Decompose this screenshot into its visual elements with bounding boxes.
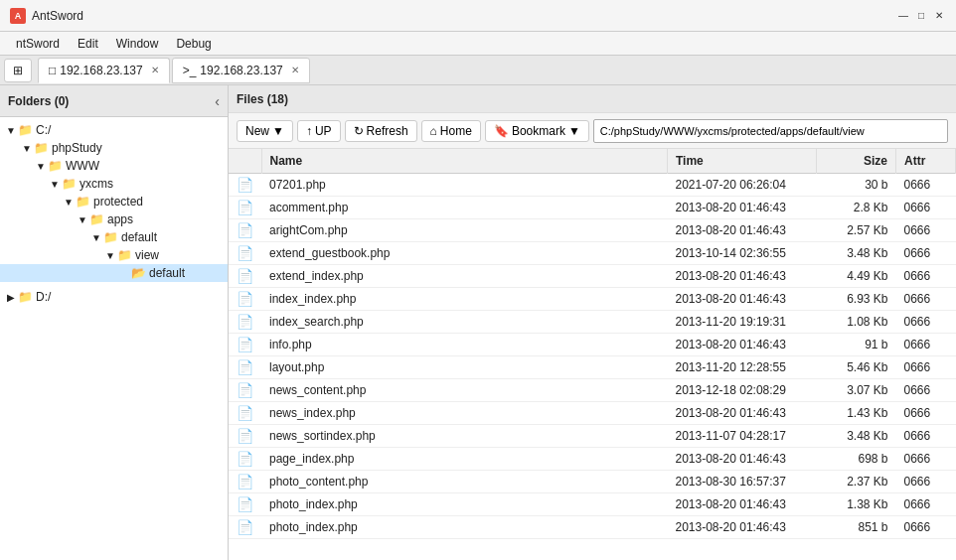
table-row[interactable]: 📄 arightCom.php 2013-08-20 01:46:43 2.57… xyxy=(229,219,956,242)
tab-folder-icon: □ xyxy=(49,64,56,77)
tree-label-yxcms: yxcms xyxy=(80,177,113,191)
file-icon-cell: 📄 xyxy=(229,242,261,265)
file-name-cell: photo_index.php xyxy=(261,493,668,516)
table-row[interactable]: 📄 info.php 2013-08-20 01:46:43 91 b 0666 xyxy=(229,334,956,356)
table-row[interactable]: 📄 07201.php 2021-07-20 06:26:04 30 b 066… xyxy=(229,174,956,197)
tree-label-default-filled: default xyxy=(149,266,185,280)
tab-192-168-23-137-terminal[interactable]: >_ 192.168.23.137 ✕ xyxy=(172,58,310,83)
folder-icon-c-root: 📁 xyxy=(18,123,33,137)
tree-item-protected[interactable]: ▼ 📁 protected xyxy=(0,193,228,210)
bookmark-icon: 🔖 xyxy=(494,124,509,138)
file-size-cell: 3.48 Kb xyxy=(817,242,896,265)
file-size-cell: 3.48 Kb xyxy=(817,425,896,448)
up-button[interactable]: ↑ UP xyxy=(297,120,341,142)
php-file-icon: 📄 xyxy=(237,405,253,421)
menu-edit[interactable]: Edit xyxy=(70,35,106,53)
menu-window[interactable]: Window xyxy=(108,35,167,53)
file-panel-header: Files (18) xyxy=(229,85,956,113)
maximize-button[interactable]: □ xyxy=(914,9,928,23)
file-size-cell: 1.43 Kb xyxy=(817,402,896,425)
folder-icon-view: 📁 xyxy=(117,248,132,262)
folder-icon-yxcms: 📁 xyxy=(62,177,77,191)
table-row[interactable]: 📄 page_index.php 2013-08-20 01:46:43 698… xyxy=(229,448,956,471)
new-dropdown-icon: ▼ xyxy=(272,124,284,138)
tab-close-icon[interactable]: ✕ xyxy=(151,65,159,75)
tree-toggle-apps: ▼ xyxy=(76,212,89,226)
col-header-size[interactable]: Size xyxy=(817,149,896,174)
table-row[interactable]: 📄 index_index.php 2013-08-20 01:46:43 6.… xyxy=(229,288,956,311)
file-size-cell: 6.93 Kb xyxy=(817,288,896,311)
file-size-cell: 30 b xyxy=(817,174,896,197)
file-time-cell: 2013-08-20 01:46:43 xyxy=(668,197,817,219)
col-header-name[interactable]: Name xyxy=(261,149,668,174)
php-file-icon: 📄 xyxy=(237,474,253,490)
file-name-cell: index_search.php xyxy=(261,311,668,334)
close-button[interactable]: ✕ xyxy=(932,9,946,23)
table-row[interactable]: 📄 photo_content.php 2013-08-30 16:57:37 … xyxy=(229,471,956,493)
file-icon-cell: 📄 xyxy=(229,379,261,402)
grid-view-button[interactable]: ⊞ xyxy=(4,59,32,82)
tree-item-view[interactable]: ▼ 📁 view xyxy=(0,246,228,264)
app-icon: A xyxy=(10,8,26,24)
table-row[interactable]: 📄 photo_index.php 2013-08-20 01:46:43 1.… xyxy=(229,493,956,516)
file-panel: Files (18) New ▼ ↑ UP ↻ Refresh ⌂ Home 🔖 xyxy=(229,85,956,560)
table-row[interactable]: 📄 news_index.php 2013-08-20 01:46:43 1.4… xyxy=(229,402,956,425)
col-header-time[interactable]: Time xyxy=(668,149,817,174)
tab-terminal-icon: >_ xyxy=(183,64,197,77)
home-button[interactable]: ⌂ Home xyxy=(421,120,481,142)
tree-item-default[interactable]: ▼ 📁 default xyxy=(0,228,228,246)
col-header-attr[interactable]: Attr xyxy=(896,149,956,174)
folder-icon-d-root: 📁 xyxy=(18,290,33,304)
file-icon-cell: 📄 xyxy=(229,174,261,197)
path-input[interactable] xyxy=(593,119,948,143)
file-attr-cell: 0666 xyxy=(896,265,956,288)
file-attr-cell: 0666 xyxy=(896,471,956,493)
tree-item-c-root[interactable]: ▼ 📁 C:/ xyxy=(0,121,228,139)
sidebar-collapse-button[interactable]: ‹ xyxy=(215,93,220,109)
file-icon-cell: 📄 xyxy=(229,425,261,448)
file-icon-cell: 📄 xyxy=(229,197,261,219)
table-row[interactable]: 📄 acomment.php 2013-08-20 01:46:43 2.8 K… xyxy=(229,197,956,219)
file-toolbar: New ▼ ↑ UP ↻ Refresh ⌂ Home 🔖 Bookmark ▼ xyxy=(229,113,956,149)
file-table-body: 📄 07201.php 2021-07-20 06:26:04 30 b 066… xyxy=(229,174,956,539)
table-row[interactable]: 📄 extend_index.php 2013-08-20 01:46:43 4… xyxy=(229,265,956,288)
file-icon-cell: 📄 xyxy=(229,334,261,356)
minimize-button[interactable]: — xyxy=(896,9,910,23)
table-row[interactable]: 📄 photo_index.php 2013-08-20 01:46:43 85… xyxy=(229,516,956,539)
table-row[interactable]: 📄 extend_guestbook.php 2013-10-14 02:36:… xyxy=(229,242,956,265)
file-attr-cell: 0666 xyxy=(896,425,956,448)
file-size-cell: 2.37 Kb xyxy=(817,471,896,493)
home-icon: ⌂ xyxy=(430,124,437,138)
file-attr-cell: 0666 xyxy=(896,402,956,425)
sidebar-tree: ▼ 📁 C:/ ▼ 📁 phpStudy ▼ 📁 WWW ▼ 📁 yxcms xyxy=(0,117,228,560)
file-icon-cell: 📄 xyxy=(229,265,261,288)
table-row[interactable]: 📄 news_content.php 2013-12-18 02:08:29 3… xyxy=(229,379,956,402)
tree-item-apps[interactable]: ▼ 📁 apps xyxy=(0,210,228,228)
refresh-button[interactable]: ↻ Refresh xyxy=(345,120,417,142)
table-row[interactable]: 📄 layout.php 2013-11-20 12:28:55 5.46 Kb… xyxy=(229,356,956,379)
tree-item-yxcms[interactable]: ▼ 📁 yxcms xyxy=(0,175,228,193)
new-button[interactable]: New ▼ xyxy=(237,120,293,142)
file-time-cell: 2013-08-20 01:46:43 xyxy=(668,288,817,311)
tree-item-www[interactable]: ▼ 📁 WWW xyxy=(0,157,228,175)
folder-icon-protected: 📁 xyxy=(76,195,90,209)
tab-terminal-close-icon[interactable]: ✕ xyxy=(291,65,299,75)
tree-item-phpstudy[interactable]: ▼ 📁 phpStudy xyxy=(0,139,228,157)
tab-192-168-23-137-shell[interactable]: □ 192.168.23.137 ✕ xyxy=(38,58,170,83)
bookmark-button[interactable]: 🔖 Bookmark ▼ xyxy=(485,120,589,142)
tree-toggle-www: ▼ xyxy=(34,159,48,173)
file-attr-cell: 0666 xyxy=(896,379,956,402)
menu-antsword[interactable]: ntSword xyxy=(8,35,68,53)
table-row[interactable]: 📄 news_sortindex.php 2013-11-07 04:28:17… xyxy=(229,425,956,448)
file-time-cell: 2013-10-14 02:36:55 xyxy=(668,242,817,265)
tree-item-default-filled[interactable]: 📂 default xyxy=(0,264,228,282)
tree-label-www: WWW xyxy=(66,159,99,173)
file-name-cell: news_index.php xyxy=(261,402,668,425)
file-attr-cell: 0666 xyxy=(896,219,956,242)
table-row[interactable]: 📄 index_search.php 2013-11-20 19:19:31 1… xyxy=(229,311,956,334)
tree-item-d-root[interactable]: ▶ 📁 D:/ xyxy=(0,288,228,306)
menu-debug[interactable]: Debug xyxy=(168,35,219,53)
tab-bar: ⊞ □ 192.168.23.137 ✕ >_ 192.168.23.137 ✕ xyxy=(0,56,956,85)
tree-toggle-default-filled xyxy=(117,266,131,280)
file-attr-cell: 0666 xyxy=(896,516,956,539)
